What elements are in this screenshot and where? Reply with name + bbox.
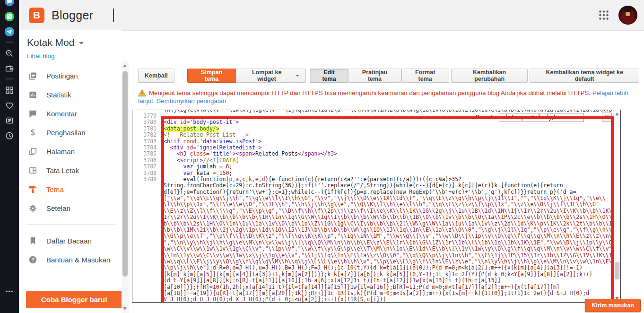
button-format-tema[interactable]: Format tema <box>401 69 449 83</box>
grid-squares-icon[interactable] <box>0 83 19 97</box>
line-number: 3789 <box>132 176 161 183</box>
code-line: var kata = 150; <box>164 170 614 176</box>
code-token: > <box>259 139 262 145</box>
code-token: p,a,c,k,e,d <box>229 176 265 183</box>
code-line: \w\\q\\L\\F\\j\\y\\Q\\g\\f\\q\\q\\M\\h\\… <box>164 259 614 265</box>
history-icon[interactable] <box>0 129 19 143</box>
sidebar-item-komentar[interactable]: Komentar <box>19 104 122 123</box>
hide-warning-link[interactable]: Sembunyikan peringatan <box>157 97 226 104</box>
line-number: 3779 <box>132 113 161 119</box>
code-line: \l\\h\\p\\1x","\\T\\e\\e\\D","\\1E\\h","… <box>164 201 614 208</box>
code-line: ["\\w","\\q\\L\\g\\j\\h","\\g\\e\\l\\I\\… <box>164 195 614 201</box>
sidebar-item-penghasilan[interactable]: Penghasilan <box>19 123 122 142</box>
line-number: 3782 <box>132 132 161 138</box>
line-number: 3784 <box>132 145 161 151</box>
button-lompat-ke-widget[interactable]: Lompat ke widget <box>236 69 306 83</box>
sidebar-item-halaman[interactable]: Halaman <box>19 142 122 161</box>
sidebar-item-tema[interactable]: Tema <box>19 180 122 199</box>
whatsapp-icon[interactable] <box>0 9 19 24</box>
code-token: <data:post.body/> <box>164 126 219 132</box>
button-label: Pratinjau tema <box>355 69 394 82</box>
close-search-button[interactable]: X <box>602 113 612 122</box>
scrollbar-thumb[interactable] <box>615 262 619 279</box>
heart-icon[interactable] <box>0 98 19 113</box>
scrollbar-thumb[interactable] <box>122 71 128 277</box>
button-kembalikan-tema-widget-ke-default[interactable]: Kembalikan tema widget ke default <box>530 69 639 83</box>
theme-icon <box>27 184 38 194</box>
line-number <box>132 227 161 233</box>
sidebar-scrollbar[interactable] <box>122 61 129 313</box>
blog-selector[interactable]: Kotak Mod <box>27 37 122 48</box>
code-line: <b:if cond='data:view.isPost'> <box>164 139 614 145</box>
sidebar-item-daftar-bacaan[interactable]: Daftar Bacaan <box>19 231 122 250</box>
code-line: <data:post.body/> <box>164 126 614 132</box>
code-token: id= <box>186 145 196 151</box>
line-number-gutter: 3779378037813782378337843785378637873788… <box>132 110 161 302</box>
code-line: <script>//<![CDATA[ <box>164 157 614 164</box>
button-pratinjau-tema[interactable]: Pratinjau tema <box>348 69 401 83</box>
code-token: Related Posts <box>255 151 298 157</box>
code-line: [a[10]]}};F[R]=10(1h,2h);x(a[14]1i t){1l… <box>164 284 614 290</box>
sidebar-item-label: Tata Letak <box>46 166 79 174</box>
chevron-down-icon <box>296 75 299 77</box>
chat-bubble-icon[interactable] <box>0 0 19 9</box>
code-line: eval(function(p,a,c,k,e,d){e=function(c)… <box>164 176 614 183</box>
code-line: \\p\\j\\h\\e"];d R=0,o=J H(),u=J H(),B=J… <box>164 265 614 271</box>
scroll-up-icon[interactable] <box>123 64 127 67</box>
scroll-up-icon[interactable] <box>615 113 619 115</box>
sidebar-item-postingan[interactable]: Postingan <box>19 66 122 85</box>
blogger-logo-icon[interactable]: B <box>29 8 44 23</box>
scroll-down-icon[interactable] <box>123 307 127 310</box>
zoom-search-icon[interactable] <box>0 46 19 61</box>
wallet-icon[interactable] <box>0 61 19 76</box>
code-token: 'body-post-it' <box>190 119 235 125</box>
line-number: 3785 <box>132 151 161 157</box>
code-line: d[e]}];e=function(){return'\\w+'};c=1};w… <box>164 189 614 195</box>
theme-html-editor: 3779378037813782378337843785378637873788… <box>132 110 621 303</box>
code-token: \\p\\j\\h\\e"];d R=0,o=J H(),u=J H(),B=J… <box>164 265 583 271</box>
code-area[interactable]: \h\j\1g\e\v\w\C\v \1w\x\j\1g\e\v \1j\q\1… <box>164 110 614 302</box>
code-token: //<![CDATA[ <box>203 157 239 164</box>
try-new-blogger-button[interactable]: Coba Blogger baru! <box>26 291 122 308</box>
search-input[interactable] <box>499 113 584 122</box>
line-number <box>132 240 161 246</box>
code-line: \\1m\\1y\\w\\C\\v\\w\\1w\\x\\j\\1g\\e\\v… <box>164 252 614 259</box>
reading-list-icon <box>27 235 38 246</box>
toolbar-group: Kembali <box>138 69 174 83</box>
sidebar-item-statistik[interactable]: Statistik <box>19 85 122 104</box>
code-token: </span></h3> <box>298 151 337 157</box>
toolbar-group: Kembalikan tema widget ke default <box>530 69 639 83</box>
sidebar-item-setelan[interactable]: Setelan <box>19 199 122 217</box>
ellipsis-icon[interactable]: ••• <box>0 288 19 295</box>
title-divider <box>113 9 114 22</box>
avatar[interactable] <box>618 6 637 25</box>
editor-scrollbar[interactable] <box>613 110 620 302</box>
line-number <box>132 214 161 220</box>
news-icon[interactable] <box>0 113 19 128</box>
code-token: \\1m\\1y\\w\\C\\v\\w\\1w\\x\\j\\1g\\e\\v… <box>164 252 614 259</box>
telegram-icon[interactable] <box>0 25 19 39</box>
view-blog-link[interactable]: Lihat blog <box>27 52 122 60</box>
code-token: ","\\n\\y\\h\\j\\h\\g\\e\\M\\n\\v\\w\\j\… <box>164 240 614 246</box>
blog-title: Kotak Mod <box>27 37 74 48</box>
code-token: <div <box>170 145 187 151</box>
line-number <box>132 265 161 271</box>
stats-icon <box>27 89 38 100</box>
code-line: <h3 class='title'><span>Related Posts</s… <box>164 151 614 157</box>
sidebar-item-label: Bantuan & Masukan <box>46 256 110 264</box>
sidebar-item-tata-letak[interactable]: Tata Letak <box>19 161 122 180</box>
warning-text: Mengedit tema sehingga dapat mencampur H… <box>149 89 592 96</box>
button-kembalikan-perubahan[interactable]: Kembalikan perubahan <box>451 69 528 83</box>
line-number <box>132 195 161 201</box>
toolbar-group: Simpan temaLompat ke widget <box>187 69 306 83</box>
button-simpan-tema[interactable]: Simpan tema <box>187 69 236 83</box>
button-kembali[interactable]: Kembali <box>138 69 174 83</box>
apps-grid-icon[interactable] <box>598 9 610 21</box>
send-feedback-button[interactable]: Kirim masukan <box>585 299 641 312</box>
code-token: <b:if <box>164 139 183 145</box>
button-edit-tema[interactable]: Edit tema <box>310 69 349 83</box>
code-token: > <box>259 145 262 151</box>
sidebar-item-bantuan-masukan[interactable]: ?Bantuan & Masukan <box>19 250 122 269</box>
line-number: 3783 <box>132 139 161 145</box>
sidebar: Kotak Mod Lihat blog PostinganStatistikK… <box>19 30 122 313</box>
